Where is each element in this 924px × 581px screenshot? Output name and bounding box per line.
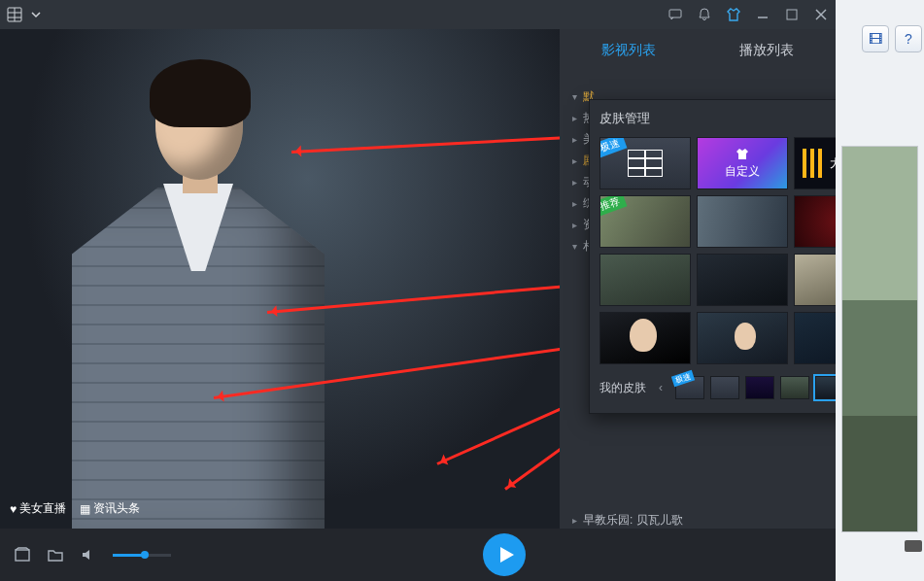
tab-playlist[interactable]: 播放列表 (698, 29, 836, 72)
app-logo-icon (6, 6, 23, 23)
bell-icon[interactable] (696, 6, 713, 23)
help-label: ? (905, 31, 912, 47)
control-bar (0, 529, 836, 581)
video-area[interactable]: ♥ 美女直播 ▦ 资讯头条 (0, 29, 560, 529)
skin-grid: 极速 自定义 大片风暴 推荐 (599, 137, 836, 364)
my-skin-thumb[interactable] (745, 376, 774, 399)
my-skin-thumb[interactable] (780, 376, 809, 399)
volume-slider[interactable] (113, 554, 171, 557)
panel-tabs: 影视列表 播放列表 (560, 29, 836, 72)
maximize-icon[interactable] (783, 6, 801, 23)
svg-rect-4 (669, 10, 681, 17)
news-link-label: 资讯头条 (93, 500, 140, 517)
my-skin-thumb[interactable]: 极速 (675, 376, 704, 399)
titlebar (0, 0, 836, 29)
news-link[interactable]: ▦ 资讯头条 (80, 500, 140, 517)
news-icon: ▦ (80, 502, 90, 516)
live-link[interactable]: ♥ 美女直播 (10, 500, 66, 517)
dock-film-icon[interactable]: 🎞 (862, 25, 889, 52)
skin-option[interactable] (794, 195, 836, 248)
skin-option[interactable] (697, 254, 788, 306)
annotation-arrow (436, 317, 560, 465)
heart-icon: ♥ (10, 502, 17, 516)
fast-badge: 极速 (599, 137, 627, 158)
desktop-thumbnail (841, 146, 918, 532)
playlist-item[interactable]: ▸早教乐园: 贝瓦儿歌 (569, 509, 828, 529)
tab-movies[interactable]: 影视列表 (560, 29, 698, 72)
skin-option-custom[interactable]: 自定义 (697, 137, 788, 189)
skin-popup: 皮肤管理 ✕ 极速 自定义 (589, 99, 836, 414)
dock-help-icon[interactable]: ? (895, 25, 922, 52)
skin-option-storm[interactable]: 大片风暴 (794, 137, 836, 189)
desktop-right-area: 🎞 ? (836, 0, 924, 581)
skin-option[interactable] (599, 254, 691, 306)
my-skin-thumb[interactable] (815, 376, 836, 399)
volume-icon[interactable] (80, 546, 97, 564)
dropdown-icon[interactable] (27, 6, 45, 23)
skin-option[interactable]: 推荐 (599, 195, 691, 248)
video-content-figure (29, 63, 321, 529)
svg-rect-13 (16, 550, 29, 561)
close-icon[interactable] (812, 6, 830, 23)
my-skins-prev-icon[interactable]: ‹ (654, 376, 667, 399)
skin-storm-label: 大片风暴 (830, 155, 836, 172)
playlist-item-label: 早教乐园: 贝瓦儿歌 (583, 512, 683, 529)
skin-custom-label: 自定义 (725, 163, 760, 180)
pager-icon[interactable] (905, 540, 922, 552)
overlay-links: ♥ 美女直播 ▦ 资讯头条 (10, 500, 140, 517)
minimize-icon[interactable] (754, 6, 771, 23)
skin-option[interactable] (794, 312, 836, 364)
comment-icon[interactable] (667, 6, 684, 23)
skin-option[interactable] (794, 254, 836, 306)
fast-badge: 极速 (671, 370, 695, 387)
skin-option[interactable] (697, 312, 788, 364)
tab-playlist-label: 播放列表 (739, 42, 794, 59)
tab-movies-label: 影视列表 (601, 42, 656, 59)
open-folder-icon[interactable] (47, 546, 64, 564)
my-skins-label: 我的皮肤 (599, 380, 646, 396)
library-icon[interactable] (14, 546, 31, 564)
play-button[interactable] (483, 533, 526, 576)
skin-option[interactable] (697, 195, 788, 248)
player-window: ♥ 美女直播 ▦ 资讯头条 影视列表 播放列表 ▾默 ▸热 ▸美 ▸剧 ▸动 (0, 0, 836, 581)
recommend-badge: 推荐 (599, 195, 627, 217)
my-skins-row: 我的皮肤 ‹ 极速 › (599, 376, 836, 399)
skin-popup-title: 皮肤管理 (599, 110, 650, 127)
skin-icon[interactable] (725, 6, 742, 23)
skin-option[interactable] (599, 312, 691, 364)
svg-rect-6 (787, 10, 797, 19)
my-skin-thumb[interactable] (710, 376, 739, 399)
annotation-arrow (504, 317, 560, 491)
live-link-label: 美女直播 (19, 500, 66, 517)
skin-option-default[interactable]: 极速 (599, 137, 691, 189)
side-panel: 影视列表 播放列表 ▾默 ▸热 ▸美 ▸剧 ▸动 ▸综 ▸资 ▾相 ▸早教乐园:… (560, 29, 836, 529)
annotation-arrow (291, 136, 560, 154)
